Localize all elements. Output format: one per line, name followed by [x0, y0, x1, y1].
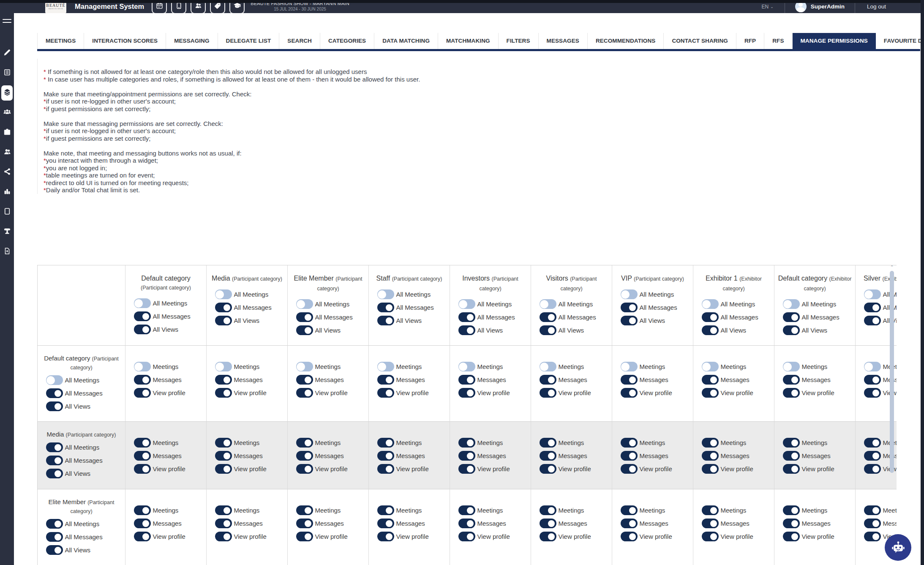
toggle-view-profile[interactable] — [296, 388, 313, 398]
toggle-view-profile[interactable] — [783, 388, 800, 398]
toggle-view-profile[interactable] — [864, 464, 881, 474]
toggle-meetings[interactable] — [702, 362, 719, 371]
toggle-all-meetings[interactable] — [296, 299, 313, 309]
toggle-meetings[interactable] — [458, 505, 475, 515]
sidebar-item-handshake[interactable] — [0, 83, 14, 103]
toggle-meetings[interactable] — [621, 438, 638, 448]
toggle-all-views[interactable] — [540, 325, 556, 335]
toggle-all-messages[interactable] — [864, 303, 881, 312]
toggle-meetings[interactable] — [296, 438, 313, 448]
toggle-all-views[interactable] — [215, 316, 232, 325]
tab-categories[interactable]: CATEGORIES — [320, 33, 374, 49]
toggle-view-profile[interactable] — [783, 464, 800, 474]
toggle-all-views[interactable] — [134, 325, 151, 334]
tab-search[interactable]: SEARCH — [279, 33, 320, 49]
toggle-view-profile[interactable] — [702, 532, 719, 541]
toggle-meetings[interactable] — [377, 362, 394, 371]
toggle-all-messages[interactable] — [540, 312, 556, 322]
toggle-all-meetings[interactable] — [46, 519, 63, 529]
toggle-view-profile[interactable] — [864, 532, 881, 541]
sidebar-item-booth[interactable] — [0, 222, 14, 242]
toggle-all-views[interactable] — [377, 316, 394, 325]
toggle-meetings[interactable] — [458, 362, 475, 371]
toggle-all-messages[interactable] — [46, 532, 63, 542]
toggle-meetings[interactable] — [215, 438, 232, 448]
toggle-view-profile[interactable] — [134, 464, 151, 474]
toggle-messages[interactable] — [540, 375, 556, 385]
toggle-meetings[interactable] — [864, 438, 881, 448]
tab-data-matching[interactable]: DATA MATCHING — [374, 33, 438, 49]
sidebar-item-list[interactable] — [0, 63, 14, 83]
toggle-meetings[interactable] — [864, 362, 881, 371]
toggle-all-views[interactable] — [864, 316, 881, 325]
toggle-messages[interactable] — [134, 375, 151, 385]
toggle-all-messages[interactable] — [46, 456, 63, 465]
toggle-all-views[interactable] — [458, 325, 475, 335]
toggle-view-profile[interactable] — [621, 464, 638, 474]
toggle-all-views[interactable] — [621, 316, 638, 325]
toggle-all-messages[interactable] — [296, 312, 313, 322]
toggle-messages[interactable] — [377, 451, 394, 461]
tab-messages[interactable]: MESSAGES — [539, 33, 588, 49]
toggle-messages[interactable] — [215, 375, 232, 385]
toggle-meetings[interactable] — [621, 505, 638, 515]
toggle-meetings[interactable] — [134, 505, 151, 515]
language-selector[interactable]: EN ⌄ — [750, 4, 784, 10]
toggle-messages[interactable] — [540, 519, 556, 528]
toggle-view-profile[interactable] — [864, 388, 881, 398]
toggle-messages[interactable] — [215, 451, 232, 461]
tab-contact-sharing[interactable]: CONTACT SHARING — [664, 33, 736, 49]
toggle-messages[interactable] — [864, 375, 881, 385]
toggle-all-views[interactable] — [296, 325, 313, 335]
toggle-meetings[interactable] — [540, 362, 556, 371]
toggle-view-profile[interactable] — [540, 388, 556, 398]
toggle-messages[interactable] — [296, 375, 313, 385]
toggle-meetings[interactable] — [296, 505, 313, 515]
toggle-view-profile[interactable] — [215, 388, 232, 398]
toggle-meetings[interactable] — [134, 438, 151, 448]
tab-meetings[interactable]: MEETINGS — [37, 33, 84, 49]
toggle-all-meetings[interactable] — [46, 442, 63, 452]
toggle-meetings[interactable] — [621, 362, 638, 371]
toggle-view-profile[interactable] — [702, 464, 719, 474]
tab-matchmaking[interactable]: MATCHMAKING — [438, 33, 499, 49]
toggle-messages[interactable] — [458, 375, 475, 385]
toggle-messages[interactable] — [783, 519, 800, 528]
toggle-view-profile[interactable] — [377, 532, 394, 541]
toggle-messages[interactable] — [702, 451, 719, 461]
toggle-view-profile[interactable] — [377, 464, 394, 474]
toggle-meetings[interactable] — [783, 505, 800, 515]
toggle-all-meetings[interactable] — [458, 299, 475, 309]
toggle-meetings[interactable] — [458, 438, 475, 448]
toggle-all-meetings[interactable] — [46, 375, 63, 385]
toggle-meetings[interactable] — [864, 505, 881, 515]
toggle-view-profile[interactable] — [458, 532, 475, 541]
tab-delegate-list[interactable]: DELEGATE LIST — [218, 33, 280, 49]
tab-filters[interactable]: FILTERS — [499, 33, 539, 49]
toggle-messages[interactable] — [783, 451, 800, 461]
sidebar-item-briefcase[interactable] — [0, 123, 14, 143]
scrollbar-thumb[interactable] — [890, 271, 894, 473]
menu-icon[interactable] — [3, 17, 11, 25]
toggle-all-messages[interactable] — [458, 312, 475, 322]
toggle-meetings[interactable] — [377, 505, 394, 515]
toggle-all-views[interactable] — [702, 325, 719, 335]
toggle-messages[interactable] — [296, 519, 313, 528]
toggle-view-profile[interactable] — [215, 532, 232, 541]
toggle-view-profile[interactable] — [540, 532, 556, 541]
toggle-all-meetings[interactable] — [377, 289, 394, 299]
toggle-messages[interactable] — [621, 451, 638, 461]
toggle-messages[interactable] — [134, 451, 151, 461]
tab-messaging[interactable]: MESSAGING — [166, 33, 218, 49]
toggle-all-messages[interactable] — [621, 303, 638, 312]
toggle-messages[interactable] — [377, 519, 394, 528]
toggle-all-views[interactable] — [46, 545, 63, 555]
toggle-view-profile[interactable] — [215, 464, 232, 474]
toggle-all-meetings[interactable] — [134, 298, 151, 308]
toggle-meetings[interactable] — [296, 362, 313, 371]
toggle-messages[interactable] — [296, 451, 313, 461]
toggle-meetings[interactable] — [540, 438, 556, 448]
sidebar-item-two-users[interactable] — [0, 143, 14, 163]
sidebar-item-edit[interactable] — [0, 44, 14, 63]
toggle-all-messages[interactable] — [702, 312, 719, 322]
